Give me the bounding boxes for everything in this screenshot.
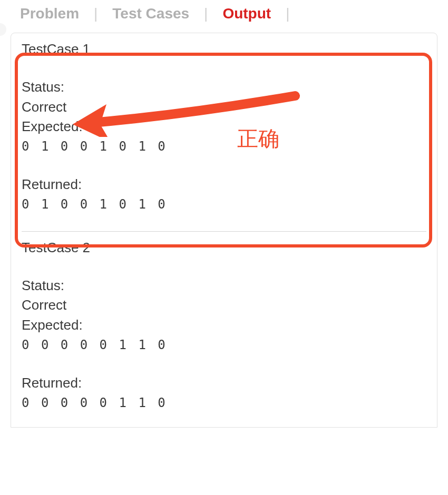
tab-output[interactable]: Output (218, 5, 275, 22)
tab-problem[interactable]: Problem (16, 5, 83, 22)
status-label: Status: (22, 77, 426, 97)
expected-value: 0 0 0 0 0 1 1 0 (22, 335, 426, 354)
returned-value: 0 0 0 0 0 1 1 0 (22, 393, 426, 412)
testcase-2: TestCase 2 Status: Correct Expected: 0 0… (22, 231, 426, 427)
status-value: Correct (22, 295, 426, 315)
status-label: Status: (22, 276, 426, 296)
status-value: Correct (22, 97, 426, 117)
tab-divider: | (83, 5, 108, 22)
tab-testcases[interactable]: Test Cases (108, 5, 193, 22)
tab-divider: | (275, 5, 300, 22)
returned-label: Returned: (22, 373, 426, 393)
returned-value: 0 1 0 0 1 0 1 0 (22, 195, 426, 214)
returned-label: Returned: (22, 175, 426, 195)
testcase-1: TestCase 1 Status: Correct Expected: 0 1… (22, 41, 426, 229)
testcase-title: TestCase 2 (22, 240, 426, 256)
testcase-title: TestCase 1 (22, 41, 426, 57)
tab-bar: Problem | Test Cases | Output | (0, 0, 448, 33)
expected-label: Expected: (22, 117, 426, 137)
expected-value: 0 1 0 0 1 0 1 0 (22, 137, 426, 156)
output-panel: TestCase 1 Status: Correct Expected: 0 1… (11, 33, 437, 428)
tab-divider: | (193, 5, 218, 22)
expected-label: Expected: (22, 315, 426, 335)
